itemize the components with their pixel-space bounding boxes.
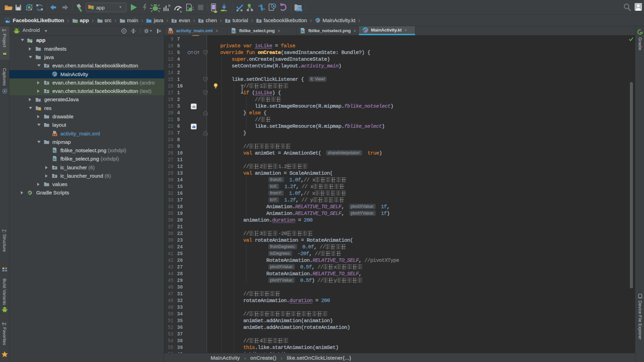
svg-text:app: app bbox=[96, 5, 105, 10]
